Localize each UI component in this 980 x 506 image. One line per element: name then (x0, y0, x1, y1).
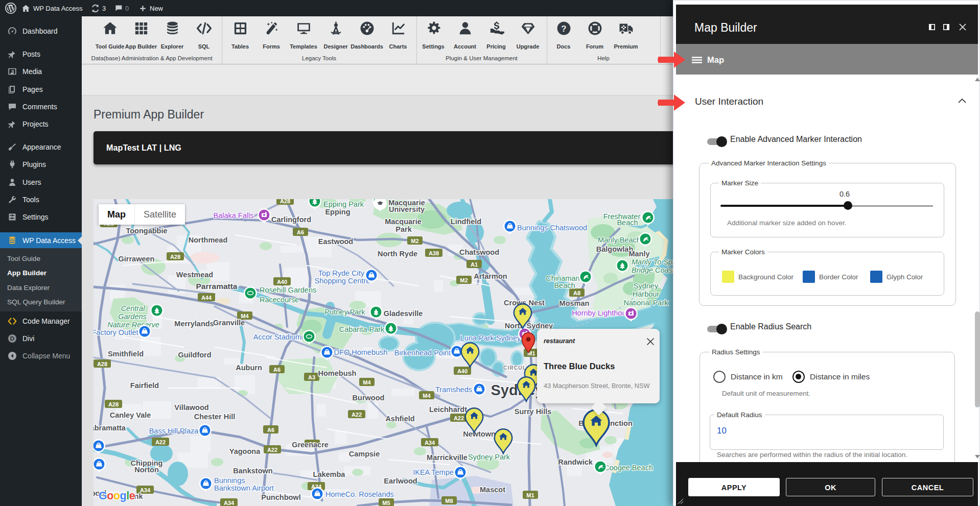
svg-text:Gladesville: Gladesville (384, 309, 423, 318)
svg-text:Newtown: Newtown (463, 430, 496, 438)
svg-text:North Ryde: North Ryde (378, 250, 417, 258)
svg-text:Mascot: Mascot (480, 486, 505, 494)
svg-text:Bass Hill Plaza: Bass Hill Plaza (149, 427, 199, 435)
svg-text:IKEA Tempe: IKEA Tempe (413, 468, 454, 476)
svg-text:Homebush: Homebush (318, 369, 357, 377)
svg-text:Greenacre: Greenacre (292, 441, 329, 449)
svg-text:?: ? (561, 24, 566, 34)
svg-text:Marrickville: Marrickville (427, 453, 468, 462)
svg-text:Guildford: Guildford (178, 351, 211, 359)
svg-text:Sydney Park: Sydney Park (468, 453, 510, 461)
svg-text:Manly Beach: Manly Beach (598, 236, 641, 244)
svg-text:Norton: Norton (134, 466, 159, 474)
svg-text:Eastwood: Eastwood (318, 237, 353, 246)
svg-text:Yagoona: Yagoona (229, 447, 261, 455)
svg-text:A28: A28 (97, 361, 107, 367)
svg-text:A28: A28 (280, 199, 290, 204)
svg-text:Cabramatta: Cabramatta (94, 424, 126, 432)
svg-text:Luna Park Sydney: Luna Park Sydney (460, 334, 521, 342)
svg-text:Smithfield: Smithfield (108, 350, 144, 358)
svg-text:Putney Park: Putney Park (325, 308, 366, 316)
svg-text:A40: A40 (457, 368, 468, 374)
svg-text:Beach: Beach (617, 219, 638, 227)
svg-text:Lakemba: Lakemba (313, 470, 346, 478)
svg-text:Accor Stadium: Accor Stadium (253, 333, 301, 341)
svg-text:Tramsheds: Tramsheds (435, 385, 472, 394)
svg-text:Harbour: Harbour (633, 290, 660, 298)
svg-text:A22: A22 (155, 439, 166, 445)
svg-text:A38: A38 (429, 250, 439, 256)
svg-text:M5: M5 (382, 500, 390, 506)
svg-text:Bunnings Chatswood: Bunnings Chatswood (517, 224, 587, 232)
svg-text:Toongabbie: Toongabbie (126, 227, 167, 235)
svg-text:Epping: Epping (325, 208, 350, 216)
svg-text:A6: A6 (267, 427, 274, 433)
svg-text:Canley Vale: Canley Vale (110, 411, 151, 419)
svg-text:A22: A22 (267, 447, 277, 453)
svg-text:Nature Reserve: Nature Reserve (107, 321, 159, 329)
svg-text:M8: M8 (445, 498, 453, 504)
svg-text:Balgowlah: Balgowlah (596, 245, 634, 253)
svg-text:M2: M2 (460, 277, 468, 283)
svg-text:DFO Homebush: DFO Homebush (334, 348, 388, 356)
svg-text:Epping Park: Epping Park (323, 200, 364, 208)
svg-text:A28: A28 (170, 254, 180, 260)
svg-text:Macquarie: Macquarie (385, 218, 422, 226)
svg-text:M4: M4 (241, 313, 249, 319)
svg-text:A40: A40 (277, 279, 287, 285)
svg-text:Earlwood: Earlwood (384, 477, 417, 485)
svg-text:Westmead: Westmead (176, 271, 213, 279)
svg-text:A8: A8 (573, 290, 580, 296)
svg-text:Merrylands: Merrylands (174, 320, 214, 328)
svg-text:A44: A44 (201, 295, 212, 301)
svg-text:A34: A34 (224, 500, 235, 506)
svg-text:Top Ryde City: Top Ryde City (318, 269, 365, 277)
svg-text:Chester Hill: Chester Hill (194, 413, 236, 421)
svg-text:Park: Park (395, 225, 412, 233)
svg-text:M4: M4 (423, 393, 431, 399)
svg-text:D: D (10, 335, 14, 342)
svg-text:Lindfield: Lindfield (451, 218, 481, 226)
svg-text:Gardens: Gardens (118, 312, 147, 321)
svg-text:Bankstown: Bankstown (233, 467, 272, 475)
svg-text:Sydney: Sydney (634, 282, 659, 290)
svg-text:Punchbowl: Punchbowl (261, 493, 300, 501)
svg-text:Racecourse: Racecourse (260, 296, 299, 304)
svg-text:Bridge Coasta: Bridge Coasta (632, 266, 679, 274)
svg-text:Manly To Spit: Manly To Spit (632, 258, 676, 266)
svg-text:National Park: National Park (623, 299, 668, 307)
svg-text:A28: A28 (108, 401, 119, 407)
svg-text:Fairfield: Fairfield (130, 381, 159, 390)
svg-text:Cabarita Park: Cabarita Park (339, 325, 385, 333)
svg-text:A1: A1 (471, 261, 478, 268)
svg-text:Carlingford: Carlingford (271, 215, 311, 224)
svg-text:Factory Outlet: Factory Outlet (94, 328, 138, 336)
svg-text:Chatswood: Chatswood (459, 248, 499, 256)
svg-text:Auburn: Auburn (236, 364, 262, 372)
svg-text:Beach: Beach (554, 281, 575, 290)
svg-text:Randwick: Randwick (558, 458, 593, 466)
svg-text:Northmead: Northmead (189, 236, 228, 244)
svg-text:Central: Central (121, 304, 146, 312)
svg-text:A6: A6 (273, 367, 281, 373)
svg-text:HomeCo. Roselands: HomeCo. Roselands (325, 490, 394, 498)
svg-text:Mosman: Mosman (559, 299, 590, 307)
svg-text:M2: M2 (411, 238, 418, 244)
svg-text:Manly: Manly (628, 250, 649, 258)
svg-text:University: University (389, 205, 425, 213)
svg-text:Leichhardt: Leichhardt (429, 405, 467, 414)
svg-text:Ashfield: Ashfield (385, 415, 414, 423)
svg-text:A34: A34 (425, 440, 435, 446)
svg-text:Coogee Beach: Coogee Beach (604, 464, 653, 472)
svg-text:M1: M1 (526, 492, 534, 498)
svg-text:Granville: Granville (213, 319, 245, 327)
svg-text:Shopping Centre: Shopping Centre (315, 277, 370, 285)
svg-text:Villawood: Villawood (174, 403, 208, 412)
svg-text:A22: A22 (352, 412, 362, 418)
svg-text:Rosehill Gardens: Rosehill Gardens (260, 286, 316, 294)
svg-text:Artarmon: Artarmon (474, 272, 507, 280)
svg-text:Parramatta: Parramatta (196, 282, 238, 291)
svg-text:Burwood: Burwood (353, 394, 385, 402)
svg-text:Bankstown Airport: Bankstown Airport (214, 484, 274, 492)
svg-text:A6: A6 (297, 229, 304, 235)
